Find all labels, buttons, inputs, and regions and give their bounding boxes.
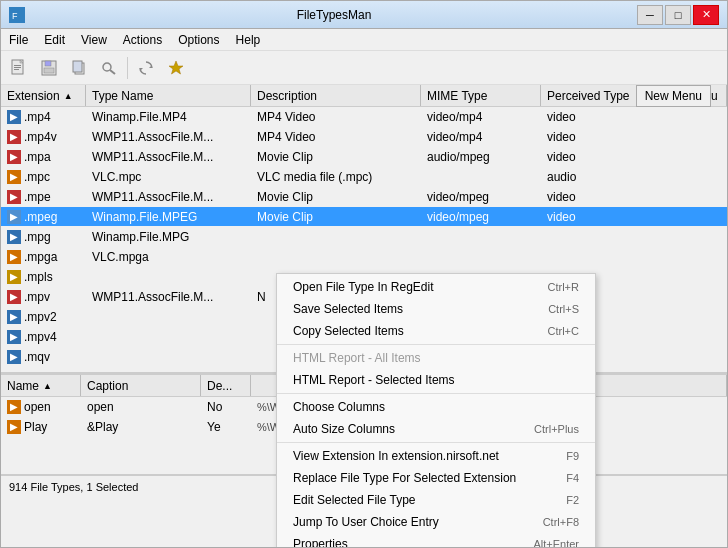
ctx-view-extension[interactable]: View Extension In extension.nirsoft.net … <box>277 445 595 467</box>
toolbar-refresh-button[interactable] <box>132 55 160 81</box>
col-header-perceived[interactable]: Perceived Type <box>541 85 641 106</box>
ctx-edit-filetype[interactable]: Edit Selected File Type F2 <box>277 489 595 511</box>
cell-newmenu <box>641 267 727 286</box>
svg-marker-15 <box>140 68 143 71</box>
cell-perceived: audio <box>541 167 641 186</box>
cell-typename <box>86 327 251 346</box>
menu-view[interactable]: View <box>73 29 115 50</box>
cell-newmenu <box>641 327 727 346</box>
cell-desc: MP4 Video <box>251 127 421 146</box>
lower-cell-caption: &Play <box>81 417 201 436</box>
ctx-open-regedit[interactable]: Open File Type In RegEdit Ctrl+R <box>277 276 595 298</box>
ctx-properties[interactable]: Properties Alt+Enter <box>277 533 595 547</box>
cell-newmenu <box>641 307 727 326</box>
cell-newmenu <box>641 167 727 186</box>
menu-options[interactable]: Options <box>170 29 227 50</box>
cell-mime: video/mp4 <box>421 107 541 126</box>
col-header-desc[interactable]: Description <box>251 85 421 106</box>
file-icon: ▶ <box>7 130 21 144</box>
lower-cell-name: ▶ open <box>1 397 81 416</box>
scrollbar-thumb[interactable] <box>5 375 65 376</box>
menu-edit[interactable]: Edit <box>36 29 73 50</box>
sort-arrow-icon: ▲ <box>64 91 73 101</box>
toolbar-new-button[interactable] <box>5 55 33 81</box>
cell-ext: ▶ .mpls <box>1 267 86 286</box>
col-header-mime[interactable]: MIME Type <box>421 85 541 106</box>
file-icon: ▶ <box>7 350 21 364</box>
menu-actions[interactable]: Actions <box>115 29 170 50</box>
main-window: F FileTypesMan ─ □ ✕ File Edit View Acti… <box>0 0 728 548</box>
file-icon: ▶ <box>7 190 21 204</box>
cell-mime: video/mpeg <box>421 187 541 206</box>
toolbar-star-button[interactable] <box>162 55 190 81</box>
toolbar-save-button[interactable] <box>35 55 63 81</box>
lower-cell-desc: Ye <box>201 417 251 436</box>
file-icon: ▶ <box>7 230 21 244</box>
cell-perceived <box>541 247 641 266</box>
cell-typename: Winamp.File.MPEG <box>86 207 251 226</box>
cell-perceived <box>541 227 641 246</box>
close-button[interactable]: ✕ <box>693 5 719 25</box>
svg-rect-9 <box>44 68 54 73</box>
toolbar-find-button[interactable] <box>95 55 123 81</box>
table-row[interactable]: ▶ .mp4v WMP11.AssocFile.M... MP4 Video v… <box>1 127 727 147</box>
upper-table-header: Extension ▲ Type Name Description MIME T… <box>1 85 727 107</box>
file-icon: ▶ <box>7 150 21 164</box>
window-controls: ─ □ ✕ <box>637 5 719 25</box>
svg-rect-6 <box>14 69 19 70</box>
table-row[interactable]: ▶ .mpe WMP11.AssocFile.M... Movie Clip v… <box>1 187 727 207</box>
minimize-button[interactable]: ─ <box>637 5 663 25</box>
cell-typename: VLC.mpc <box>86 167 251 186</box>
toolbar-copy-button[interactable] <box>65 55 93 81</box>
cell-ext: ▶ .mpeg <box>1 207 86 226</box>
ctx-jump-user-choice[interactable]: Jump To User Choice Entry Ctrl+F8 <box>277 511 595 533</box>
ctx-copy-selected[interactable]: Copy Selected Items Ctrl+C <box>277 320 595 342</box>
lower-cell-name: ▶ Play <box>1 417 81 436</box>
cell-typename: Winamp.File.MP4 <box>86 107 251 126</box>
cell-typename: WMP11.AssocFile.M... <box>86 287 251 306</box>
menu-file[interactable]: File <box>1 29 36 50</box>
ctx-autosize-columns[interactable]: Auto Size Columns Ctrl+Plus <box>277 418 595 440</box>
cell-newmenu <box>641 147 727 166</box>
table-row[interactable]: ▶ .mpeg Winamp.File.MPEG Movie Clip vide… <box>1 207 727 227</box>
cell-desc: Movie Clip <box>251 187 421 206</box>
menu-help[interactable]: Help <box>228 29 269 50</box>
toolbar-separator-1 <box>127 57 128 79</box>
lower-col-header-name[interactable]: Name ▲ <box>1 375 81 396</box>
cell-mime: audio/mpeg <box>421 147 541 166</box>
cell-typename <box>86 347 251 366</box>
ctx-replace-filetype[interactable]: Replace File Type For Selected Extension… <box>277 467 595 489</box>
cell-newmenu <box>641 227 727 246</box>
col-header-extension[interactable]: Extension ▲ <box>1 85 86 106</box>
cell-mime <box>421 227 541 246</box>
table-row[interactable]: ▶ .mpc VLC.mpc VLC media file (.mpc) aud… <box>1 167 727 187</box>
file-icon: ▶ <box>7 250 21 264</box>
cell-typename: VLC.mpga <box>86 247 251 266</box>
ctx-save-selected[interactable]: Save Selected Items Ctrl+S <box>277 298 595 320</box>
lower-cell-desc: No <box>201 397 251 416</box>
file-icon: ▶ <box>7 210 21 224</box>
cell-perceived: video <box>541 147 641 166</box>
table-row[interactable]: ▶ .mpga VLC.mpga <box>1 247 727 267</box>
new-menu-badge: New Menu <box>636 85 711 107</box>
svg-rect-11 <box>73 61 82 72</box>
maximize-button[interactable]: □ <box>665 5 691 25</box>
ctx-choose-columns[interactable]: Choose Columns <box>277 396 595 418</box>
ctx-html-selected[interactable]: HTML Report - Selected Items <box>277 369 595 391</box>
cell-newmenu <box>641 187 727 206</box>
lower-col-header-caption[interactable]: Caption <box>81 375 201 396</box>
file-icon: ▶ <box>7 310 21 324</box>
cell-desc: Movie Clip <box>251 207 421 226</box>
app-icon: F <box>9 7 25 23</box>
cell-ext: ▶ .mp4 <box>1 107 86 126</box>
table-row[interactable]: ▶ .mpa WMP11.AssocFile.M... Movie Clip a… <box>1 147 727 167</box>
cell-newmenu <box>641 207 727 226</box>
table-row[interactable]: ▶ .mpg Winamp.File.MPG <box>1 227 727 247</box>
col-header-typename[interactable]: Type Name <box>86 85 251 106</box>
cell-ext: ▶ .mpv <box>1 287 86 306</box>
lower-file-icon: ▶ <box>7 400 21 414</box>
table-row[interactable]: ▶ .mp4 Winamp.File.MP4 MP4 Video video/m… <box>1 107 727 127</box>
svg-rect-8 <box>45 61 51 66</box>
main-area: Extension ▲ Type Name Description MIME T… <box>1 85 727 547</box>
lower-col-header-desc[interactable]: De... <box>201 375 251 396</box>
